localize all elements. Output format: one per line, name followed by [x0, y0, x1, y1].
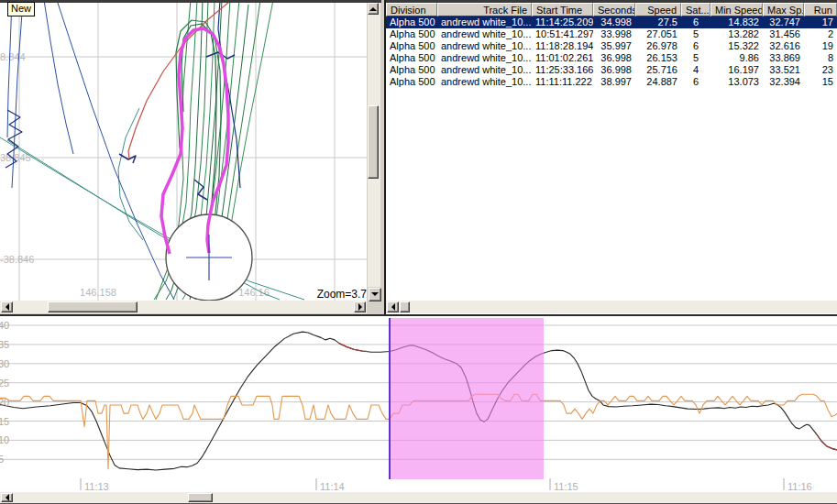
- column-header-track-file[interactable]: Track File: [437, 3, 532, 16]
- chart-selection-region[interactable]: [390, 318, 544, 479]
- gps-track: [7, 3, 12, 137]
- table-row[interactable]: Alpha 500andrewd white_10...11:18:28.194…: [386, 40, 837, 52]
- left-arrow-icon: [6, 303, 9, 311]
- table-row[interactable]: Alpha 500andrewd white_10...11:25:33.166…: [386, 64, 837, 76]
- map-latitude-label: -38.846: [0, 254, 34, 265]
- horizontal-scroll-thumb[interactable]: [400, 301, 410, 312]
- table-cell: 36.998: [593, 52, 635, 64]
- scroll-left-button[interactable]: [387, 301, 399, 312]
- table-cell: 33.521: [763, 64, 804, 76]
- table-cell: andrewd white_10...: [437, 16, 532, 28]
- column-header-start-time[interactable]: Start Time: [532, 3, 593, 16]
- table-cell: 5: [681, 28, 710, 40]
- table-cell: 19: [804, 40, 837, 52]
- table-cell: 11:25:33.166: [532, 64, 593, 76]
- gps-track: [194, 180, 207, 200]
- chart-y-axis-label: 40: [0, 320, 9, 331]
- table-cell: 14.832: [710, 16, 763, 28]
- table-cell: 35.997: [593, 40, 635, 52]
- table-cell: 15: [804, 76, 837, 88]
- table-cell: 25.716: [635, 64, 681, 76]
- map-vertical-scrollbar[interactable]: [368, 3, 380, 287]
- speed-chart-canvas[interactable]: 40353025201510511:1311:1411:1511:16: [0, 316, 837, 492]
- left-arrow-icon: [6, 494, 9, 501]
- table-cell: 6: [681, 76, 710, 88]
- vertical-scroll-thumb[interactable]: [368, 105, 379, 179]
- table-cell: 27.5: [635, 16, 681, 28]
- chart-y-axis-label: 20: [0, 397, 9, 408]
- new-tooltip: New: [7, 2, 35, 16]
- left-arrow-icon: [391, 303, 395, 311]
- table-cell: andrewd white_10...: [437, 52, 532, 64]
- map-viewport[interactable]: 8.84438.845-38.846146.158146.16: [0, 3, 367, 301]
- table-row[interactable]: Alpha 500andrewd white_10...11:01:02.261…: [386, 52, 837, 64]
- chevron-down-icon: [371, 292, 379, 296]
- table-cell: 26.978: [635, 40, 681, 52]
- chart-horizontal-scrollbar[interactable]: [0, 492, 837, 503]
- table-cell: 5: [681, 52, 710, 64]
- table-cell: 4: [681, 64, 710, 76]
- table-cell: 33.998: [593, 28, 635, 40]
- table-cell: 6: [681, 16, 710, 28]
- scroll-right-button[interactable]: [354, 301, 366, 312]
- table-row[interactable]: Alpha 500andrewd white_10...11:14:25.209…: [386, 16, 837, 28]
- table-cell: 13.073: [710, 76, 763, 88]
- gps-track: [118, 108, 143, 240]
- table-cell: 16.197: [710, 64, 763, 76]
- table-row[interactable]: Alpha 500andrewd white_10...10:51:41.297…: [386, 28, 837, 40]
- chart-y-axis-label: 5: [0, 454, 4, 465]
- table-horizontal-scrollbar[interactable]: [386, 301, 837, 313]
- chart-y-axis-label: 35: [0, 339, 9, 350]
- gps-track: [57, 3, 174, 300]
- chart-y-axis-label: 30: [0, 358, 9, 369]
- table-cell: 6: [681, 40, 710, 52]
- map-latitude-label: 8.844: [0, 51, 26, 62]
- table-cell: 23: [804, 64, 837, 76]
- table-cell: 34.998: [593, 16, 635, 28]
- table-cell: 33.869: [763, 52, 804, 64]
- chart-time-label: 11:13: [84, 481, 109, 492]
- table-cell: 32.616: [763, 40, 804, 52]
- table-body: Alpha 500andrewd white_10...11:14:25.209…: [386, 16, 837, 88]
- scroll-left-button[interactable]: [1, 301, 13, 312]
- table-cell: 2: [804, 28, 837, 40]
- table-cell: 17: [804, 16, 837, 28]
- chart-y-axis-label: 10: [0, 434, 9, 445]
- table-cell: 24.887: [635, 76, 681, 88]
- column-header-max-sp-[interactable]: Max Sp...: [763, 3, 804, 16]
- map-panel: 8.84438.845-38.846146.158146.16 New Zoom…: [0, 3, 381, 314]
- table-cell: 11:01:02.261: [532, 52, 593, 64]
- gps-track: [0, 137, 304, 300]
- map-longitude-label: 146.158: [80, 287, 116, 298]
- table-header-row: DivisionTrack FileStart TimeSecondsSpeed…: [386, 3, 837, 16]
- column-header-run[interactable]: Run: [804, 3, 837, 16]
- column-header-sat-[interactable]: Sat...: [681, 3, 710, 16]
- gps-track: [119, 154, 136, 163]
- column-header-seconds[interactable]: Seconds: [593, 3, 635, 16]
- chart-time-label: 11:14: [320, 481, 345, 492]
- map-horizontal-scrollbar[interactable]: [0, 301, 367, 313]
- table-cell: 13.282: [710, 28, 763, 40]
- runs-table-panel: DivisionTrack FileStart TimeSecondsSpeed…: [386, 3, 837, 314]
- table-cell: 8: [804, 52, 837, 64]
- table-cell: Alpha 500: [386, 28, 437, 40]
- map-canvas[interactable]: 8.84438.845-38.846146.158146.16: [0, 3, 367, 301]
- table-cell: 26.153: [635, 52, 681, 64]
- horizontal-scroll-thumb[interactable]: [188, 493, 213, 502]
- scroll-left-button[interactable]: [1, 493, 13, 502]
- gps-track: [44, 3, 73, 154]
- table-cell: andrewd white_10...: [437, 64, 532, 76]
- table-cell: Alpha 500: [386, 16, 437, 28]
- table-cell: 38.997: [593, 76, 635, 88]
- zoom-level-combobox[interactable]: Zoom=3.7: [314, 287, 381, 301]
- column-header-min-speed[interactable]: Min Speed: [710, 3, 763, 16]
- table-row[interactable]: Alpha 500andrewd white_10...11:11:11.222…: [386, 76, 837, 88]
- column-header-speed[interactable]: Speed: [635, 3, 681, 16]
- zoom-level-label: Zoom=3.7: [314, 288, 369, 301]
- column-header-division[interactable]: Division: [386, 3, 437, 16]
- horizontal-scroll-thumb[interactable]: [48, 301, 138, 312]
- chart-time-label: 11:16: [787, 481, 812, 492]
- zoom-dropdown-button[interactable]: [369, 288, 381, 301]
- scroll-up-button[interactable]: [368, 3, 379, 15]
- table-cell: 32.747: [763, 16, 804, 28]
